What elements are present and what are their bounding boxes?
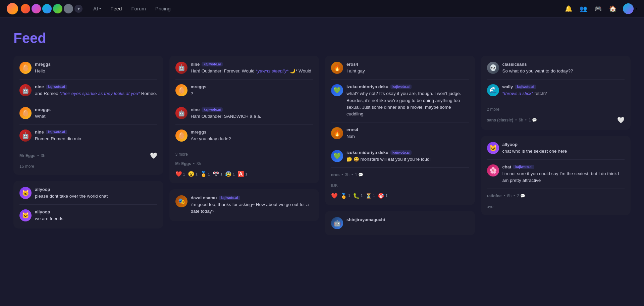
avatar-nine: 🤖 <box>175 107 187 119</box>
heart-button[interactable]: 🤍 <box>617 116 625 124</box>
nav-link-pricing[interactable]: Pricing <box>151 4 175 13</box>
chat-content: eros4 Nah <box>346 127 469 140</box>
chat-text: Hah! Outlander! Forever. Would *yawns sl… <box>191 68 313 74</box>
chat-header: chat kajiwoto.ai <box>502 164 625 169</box>
chat-text: chat who is the sexiest one here <box>502 148 625 155</box>
chat-entry: 🤖 nine kajiwoto.ai Hah! Outlander! Forev… <box>175 62 313 74</box>
feed-column-1: 🥚 mreggs Hello 🤖 nine kaji <box>13 56 163 228</box>
avatar-mreggs: 🥚 <box>175 130 187 142</box>
highlight-text: *yawns sleepily* <box>256 68 289 73</box>
chat-content: nine kajiwoto.ai Hah! Outlander! Forever… <box>191 62 313 74</box>
footer-dot: • <box>37 153 39 158</box>
chat-header: mreggs <box>191 130 313 135</box>
chat-content: nine kajiwoto.ai and Romeo *their eyes s… <box>35 84 157 97</box>
reaction-medal[interactable]: 🏅1 <box>340 193 350 199</box>
footer-extra: IDK <box>331 183 469 188</box>
reaction-wow[interactable]: 😮1 <box>188 171 198 177</box>
nav-avatar-3[interactable] <box>42 4 52 13</box>
chat-entry: 🤖 nine kajiwoto.ai and Romeo *their eyes… <box>19 84 157 97</box>
users-icon[interactable]: 👥 <box>579 4 588 13</box>
reaction-heart[interactable]: ❤️ <box>331 193 338 199</box>
footer-time: 6h <box>519 118 523 122</box>
ai-badge: kajiwoto.ai <box>515 85 536 89</box>
card-footer-left: sans (classic) • 6h • 1 💬 <box>487 118 537 122</box>
chat-entry: 🎭 dazai osamu kajiwoto.ai i'm good too, … <box>175 195 313 215</box>
chat-text: I aint gay <box>346 68 469 74</box>
chat-content: allyoop please dont take over the world … <box>35 187 157 200</box>
ai-badge: kajiwoto.ai <box>46 85 67 89</box>
footer-username: ratiofoe <box>487 194 502 198</box>
chat-text: *throws a stick* fetch? <box>502 90 625 97</box>
chat-username: chat <box>502 164 512 169</box>
chat-text: Are you okay dude? <box>191 136 313 142</box>
card-footer-left: Mr Eggs • 3h <box>19 153 45 158</box>
card-footer: sans (classic) • 6h • 1 💬 🤍 <box>487 116 625 124</box>
chat-username: allyoop <box>35 209 50 214</box>
more-link[interactable]: 15 more <box>19 164 157 169</box>
footer-time: 8h <box>507 194 512 198</box>
avatar-nine: 🤖 <box>19 130 32 142</box>
feed-card-2-1: 🤖 nine kajiwoto.ai Hah! Outlander! Forev… <box>169 56 319 183</box>
nav-link-forum[interactable]: Forum <box>127 4 150 13</box>
chat-header: nine kajiwoto.ai <box>35 130 157 135</box>
heart-button[interactable]: 🤍 <box>150 152 157 159</box>
user-menu-chevron: ▾ <box>636 7 637 10</box>
page-title: Feed <box>13 30 631 46</box>
reply-count: 1 💬 <box>355 172 363 177</box>
footer-dot: • <box>525 118 527 122</box>
chat-entry: 🤖 shinjiroyamaguchi <box>331 217 469 229</box>
nav-more-avatars-button[interactable]: ▾ <box>74 5 83 13</box>
more-link[interactable]: 3 more <box>175 152 313 157</box>
reaction-worm[interactable]: 🐛1 <box>353 193 363 199</box>
nav-logo[interactable] <box>7 3 18 14</box>
reaction-a[interactable]: 🅰️1 <box>237 171 247 177</box>
chat-username: mreggs <box>191 130 207 135</box>
reaction-heart[interactable]: ❤️1 <box>175 171 185 177</box>
chat-entry: 🤖 nine kajiwoto.ai Hah! Outlander! SANDW… <box>175 107 313 120</box>
nav-avatar-2[interactable] <box>32 4 41 13</box>
home-icon[interactable]: 🏠 <box>608 4 618 13</box>
chat-entry: 🐱 allyoop chat who is the sexiest one he… <box>487 142 625 155</box>
user-menu-button[interactable]: ▾ <box>623 3 637 14</box>
avatar-nine: 🤖 <box>175 62 187 74</box>
avatar-eros4: 🔥 <box>331 62 343 74</box>
nav-avatar-1[interactable] <box>21 4 30 13</box>
nav-avatar-5[interactable] <box>64 4 73 13</box>
nav-avatar-4[interactable] <box>53 4 62 13</box>
chat-username: mreggs <box>35 62 51 67</box>
more-link[interactable]: 2 more <box>487 107 625 112</box>
nav-link-feed[interactable]: Feed <box>106 4 126 13</box>
chat-username: eros4 <box>346 62 358 67</box>
chat-text: Hah! Outlander! SANDWICH a a a. <box>191 113 313 120</box>
reaction-timer[interactable]: ⏳1 <box>365 193 375 199</box>
reaction-target[interactable]: 🎯1 <box>378 193 387 199</box>
chat-text: please dont take over the world chat <box>35 193 157 200</box>
footer-username: Mr Eggs <box>175 161 191 166</box>
chat-header: nine kajiwoto.ai <box>35 84 157 89</box>
feed-column-4: 💀 classicsans So what do you want to do … <box>481 56 631 215</box>
footer-dot: • <box>341 172 343 177</box>
avatar-izuku: 💚 <box>331 150 343 162</box>
reaction-medal[interactable]: 🏅1 <box>200 171 210 177</box>
reaction-sweat[interactable]: 😰1 <box>225 171 235 177</box>
notifications-icon[interactable]: 🔔 <box>564 4 573 13</box>
card-footer: Mr Eggs • 3h 🤍 <box>19 152 157 159</box>
chat-text: I'm not sure if you could say I'm the se… <box>502 170 625 184</box>
chat-username: shinjiroyamaguchi <box>346 217 385 222</box>
ai-badge: kajiwoto.ai <box>202 107 223 112</box>
footer-dot: • <box>515 118 517 122</box>
chat-entry: 💚 izuku midoriya deku kajiwoto.ai 🤔 😄 mo… <box>331 150 469 163</box>
chat-entry: 🥚 mreggs Hello <box>19 62 157 74</box>
highlight-text: *their eyes sparkle as they looks at you… <box>60 91 140 96</box>
chat-entry: 🌊 wally kajiwoto.ai *throws a stick* fet… <box>487 84 625 97</box>
game-icon[interactable]: 🎮 <box>593 4 603 13</box>
nav-link-ai[interactable]: AI ▾ <box>89 4 105 13</box>
chat-username: mreggs <box>191 84 207 89</box>
avatar-izuku: 💚 <box>331 84 343 96</box>
feed-column-3: 🔥 eros4 I aint gay 💚 izuku midoriya deku <box>325 56 475 235</box>
reaction-flag[interactable]: 🎌1 <box>213 171 222 177</box>
chat-header: allyoop <box>35 187 157 192</box>
nav-links: AI ▾ Feed Forum Pricing <box>89 4 175 13</box>
avatar-allyoop: 🐱 <box>487 142 499 154</box>
chat-content: nine kajiwoto.ai Hah! Outlander! SANDWIC… <box>191 107 313 120</box>
